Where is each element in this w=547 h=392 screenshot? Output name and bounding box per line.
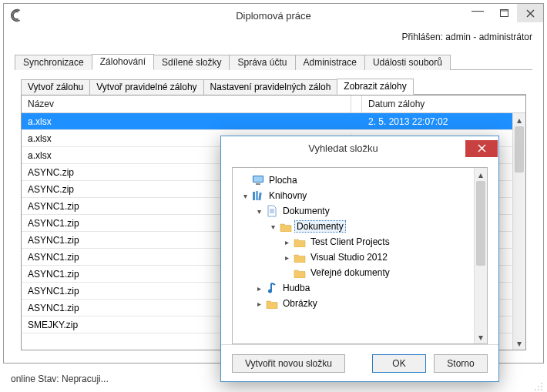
svg-rect-14 (256, 183, 260, 185)
tree-node-label: Dokumenty (294, 220, 346, 233)
expand-closed-icon[interactable]: ▸ (282, 253, 291, 262)
tree-node[interactable]: ▸Hudba (236, 280, 484, 296)
tree-node-label: Plocha (267, 174, 300, 186)
tree-node[interactable]: ▸Test Client Projects (236, 234, 484, 250)
tree-node-label: Knihovny (267, 189, 309, 202)
dialog-close-button[interactable] (465, 140, 498, 157)
dialog-title: Vyhledat složku (221, 142, 465, 154)
svg-rect-13 (253, 176, 263, 182)
dialog-titlebar: Vyhledat složku (221, 136, 498, 159)
login-info: Přihlášen: admin - administrátor (402, 32, 532, 42)
svg-rect-15 (253, 192, 255, 200)
folder-icon (293, 251, 307, 263)
scroll-thumb[interactable] (515, 126, 524, 173)
window-title: Diplomová práce (4, 10, 543, 22)
svg-rect-16 (256, 191, 258, 200)
folder-icon (293, 266, 307, 279)
main-tab-0[interactable]: Synchronizace (15, 55, 92, 70)
main-tab-2[interactable]: Sdílené složky (153, 55, 230, 70)
tree-node[interactable]: ▸Visual Studio 2012 (236, 250, 484, 265)
tree-node-label: Veřejné dokumenty (308, 266, 392, 279)
new-folder-button[interactable]: Vytvořit novou složku (232, 354, 345, 373)
status-text: online Stav: Nepracuji... (11, 374, 109, 384)
close-button[interactable] (517, 4, 543, 22)
main-tabs: SynchronizaceZálohováníSdílené složkySpr… (15, 53, 532, 70)
dialog-body: Plocha▾Knihovny▾Dokumenty▾Dokumenty▸Test… (221, 159, 498, 344)
table-scrollbar[interactable]: ▴ ▾ (512, 113, 525, 350)
expand-open-icon[interactable]: ▾ (268, 223, 277, 231)
tree-node[interactable]: ▾Dokumenty (236, 203, 484, 219)
svg-point-5 (538, 386, 539, 387)
minimize-button[interactable]: — (465, 4, 491, 22)
svg-point-7 (535, 389, 536, 390)
sub-tab-0[interactable]: Vytvoř zálohu (21, 79, 90, 95)
tree-node-label: Dokumenty (280, 205, 332, 217)
folder-tree[interactable]: Plocha▾Knihovny▾Dokumenty▾Dokumenty▸Test… (232, 167, 488, 344)
expand-closed-icon[interactable]: ▸ (282, 238, 291, 246)
titlebar: Diplomová práce — (4, 4, 543, 27)
app-icon (10, 8, 24, 22)
svg-point-9 (541, 389, 542, 390)
tree-node-label: Hudba (280, 282, 312, 294)
cancel-button[interactable]: Storno (434, 354, 488, 373)
library-icon (251, 189, 265, 202)
scroll-thumb[interactable] (476, 181, 485, 266)
scroll-track[interactable] (475, 181, 487, 330)
folder-icon (279, 220, 293, 233)
expand-closed-icon[interactable]: ▸ (254, 300, 263, 308)
tree-node-label: Test Client Projects (308, 236, 392, 248)
svg-rect-17 (258, 193, 261, 200)
folder-icon (293, 236, 307, 248)
main-tab-5[interactable]: Události souborů (364, 55, 451, 70)
main-tab-1[interactable]: Zálohování (92, 54, 154, 70)
desktop-icon (251, 174, 265, 186)
tree-node-label: Visual Studio 2012 (308, 251, 390, 263)
table-row[interactable]: a.xlsx2. 5. 2013 22:07:02 (22, 113, 525, 130)
table-header: Název Datum zálohy (22, 95, 525, 113)
scroll-down-icon[interactable]: ▾ (475, 330, 487, 343)
dialog-footer: Vytvořit novou složku OK Storno (221, 344, 498, 381)
scroll-up-icon[interactable]: ▴ (513, 113, 525, 126)
column-spacer (351, 95, 362, 112)
tree-node[interactable]: ▸Obrázky (236, 296, 484, 311)
scroll-down-icon[interactable]: ▾ (513, 337, 525, 350)
doc-icon (265, 205, 279, 217)
tree-scrollbar[interactable]: ▴ ▾ (474, 168, 487, 343)
svg-point-8 (538, 389, 539, 390)
tree-node[interactable]: Plocha (236, 173, 484, 188)
sub-tab-1[interactable]: Vytvoř pravidelné zálohy (89, 79, 203, 95)
svg-point-6 (541, 386, 542, 387)
tree-node[interactable]: Veřejné dokumenty (236, 265, 484, 280)
expand-open-icon[interactable]: ▾ (254, 207, 263, 216)
cell-name: a.xlsx (22, 116, 351, 127)
tree-node-label: Obrázky (280, 297, 320, 310)
maximize-button[interactable] (491, 4, 517, 22)
svg-point-4 (541, 383, 542, 384)
expand-closed-icon[interactable]: ▸ (254, 284, 263, 293)
sub-tab-3[interactable]: Zobrazit zálohy (337, 79, 413, 95)
resize-grip-icon[interactable] (532, 380, 544, 392)
expand-open-icon[interactable]: ▾ (240, 192, 250, 200)
svg-point-21 (268, 290, 272, 293)
main-tab-3[interactable]: Správa účtu (229, 55, 295, 70)
column-name[interactable]: Název (22, 95, 351, 112)
ok-button[interactable]: OK (372, 354, 426, 373)
folder-icon (265, 297, 279, 310)
sub-tabs: Vytvoř zálohuVytvoř pravidelné zálohyNas… (21, 78, 526, 95)
column-date[interactable]: Datum zálohy (362, 95, 525, 112)
scroll-up-icon[interactable]: ▴ (475, 168, 487, 181)
scroll-track[interactable] (513, 126, 525, 337)
window-buttons: — (465, 4, 543, 22)
browse-folder-dialog: Vyhledat složku Plocha▾Knihovny▾Dokument… (220, 136, 499, 382)
tree-node[interactable]: ▾Knihovny (236, 188, 484, 203)
sub-tab-2[interactable]: Nastavení pravidelných záloh (203, 79, 338, 95)
tree-node[interactable]: ▾Dokumenty (236, 219, 484, 234)
music-icon (265, 282, 279, 294)
cell-date: 2. 5. 2013 22:07:02 (362, 116, 525, 127)
main-tab-4[interactable]: Administrace (295, 55, 365, 70)
